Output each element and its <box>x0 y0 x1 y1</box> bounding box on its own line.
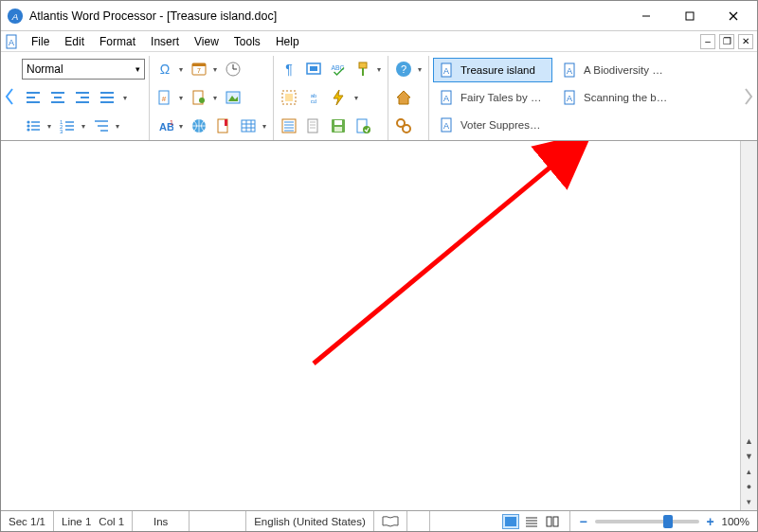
document-outline-button[interactable] <box>302 115 325 137</box>
align-more-caret[interactable]: ▾ <box>120 86 130 109</box>
toolbar-area: Normal ▾ ▾ ▾ 123▾ ▾ <box>1 52 757 141</box>
browse-object-icon[interactable]: ● <box>742 480 757 493</box>
status-section[interactable]: Sec 1/1 <box>1 511 54 531</box>
menu-edit[interactable]: Edit <box>57 33 92 50</box>
numbered-list-button[interactable]: 123 <box>56 115 79 137</box>
align-center-button[interactable] <box>46 86 69 109</box>
zoom-slider[interactable] <box>595 520 699 523</box>
menu-view[interactable]: View <box>187 33 226 50</box>
help-button[interactable]: ? <box>392 58 415 80</box>
status-language[interactable]: English (United States) <box>246 511 374 531</box>
numbered-list-caret[interactable]: ▾ <box>79 115 88 137</box>
time-button[interactable] <box>222 58 244 80</box>
zoom-out-button[interactable]: − <box>578 514 589 529</box>
view-two-page-button[interactable] <box>544 514 561 529</box>
footnote-caret[interactable]: ▾ <box>176 115 186 137</box>
status-book-icon[interactable] <box>374 511 407 531</box>
select-all-button[interactable] <box>278 86 300 109</box>
menu-help[interactable]: Help <box>268 33 307 50</box>
document-tab-fairy-tales[interactable]: A Fairy Tales by Ha… <box>433 85 552 110</box>
toolbar-scroll-right[interactable] <box>740 52 757 140</box>
mdi-close-button[interactable]: ✕ <box>738 34 753 49</box>
change-case-button[interactable]: abcd <box>302 86 325 109</box>
bookmark-button[interactable] <box>212 115 235 137</box>
document-tab-biodiversity[interactable]: A A Biodiversity Vi… <box>556 58 676 82</box>
app-window: A Atlantis Word Processor - [Treasure is… <box>0 0 758 532</box>
footnote-button[interactable]: AB1 <box>153 115 176 137</box>
menu-tools[interactable]: Tools <box>226 33 268 50</box>
settings-button[interactable] <box>392 115 415 137</box>
style-select[interactable]: Normal ▾ <box>22 59 145 80</box>
help-caret[interactable]: ▾ <box>415 58 424 80</box>
status-col[interactable]: Col 1 <box>99 516 124 527</box>
align-justify-button[interactable] <box>96 86 118 109</box>
align-right-button[interactable] <box>71 86 94 109</box>
next-page-icon[interactable]: ▾ <box>742 495 757 508</box>
multilevel-list-button[interactable] <box>90 115 113 137</box>
toolbar-group-insert: Ω▾ 7▾ #▾ ▾ AB1▾ ▾ <box>150 56 274 140</box>
status-line[interactable]: Line 1 <box>62 516 91 527</box>
page-number-caret[interactable]: ▾ <box>176 86 186 109</box>
home-button[interactable] <box>392 86 415 109</box>
vertical-scrollbar[interactable]: ▲ ▼ ▴ ● ▾ <box>740 141 757 510</box>
document-tab-scanning[interactable]: A Scanning the bu… <box>556 85 676 110</box>
style-select-value: Normal <box>27 62 63 76</box>
align-left-button[interactable] <box>22 86 45 109</box>
symbol-caret[interactable]: ▾ <box>176 58 186 80</box>
table-caret[interactable]: ▾ <box>260 115 269 137</box>
zoom-value[interactable]: 100% <box>722 516 749 527</box>
toc-button[interactable] <box>278 115 300 137</box>
view-normal-button[interactable] <box>502 514 519 529</box>
toolbar-group-paragraph: Normal ▾ ▾ ▾ 123▾ ▾ <box>18 56 150 140</box>
menu-format[interactable]: Format <box>92 33 143 50</box>
bolt-button[interactable] <box>327 86 350 109</box>
scroll-up-icon[interactable]: ▲ <box>742 434 757 448</box>
document-tab-label: A Biodiversity Vi… <box>584 64 669 76</box>
date-button[interactable]: 7 <box>188 58 210 80</box>
document-tab-label: Voter Suppression <box>460 119 546 131</box>
close-button[interactable] <box>712 1 755 30</box>
format-brush-caret[interactable]: ▾ <box>374 58 384 80</box>
menu-insert[interactable]: Insert <box>143 33 187 50</box>
toolbar-scroll-left[interactable] <box>1 52 18 140</box>
page-number-button[interactable]: # <box>153 86 176 109</box>
scroll-down-icon[interactable]: ▼ <box>742 450 757 463</box>
picture-button[interactable] <box>222 86 244 109</box>
pilcrow-button[interactable]: ¶ <box>278 58 300 80</box>
document-tab-voter-suppression[interactable]: A Voter Suppression <box>433 113 552 137</box>
table-button[interactable] <box>237 115 260 137</box>
document-icon: A <box>440 117 455 133</box>
zoom-thumb[interactable] <box>663 515 673 528</box>
menu-file[interactable]: File <box>24 33 57 50</box>
symbol-button[interactable]: Ω <box>153 58 176 80</box>
format-brush-button[interactable] <box>352 58 374 80</box>
hyperlink-button[interactable] <box>188 115 210 137</box>
document-icon: A <box>5 34 20 49</box>
bullet-list-caret[interactable]: ▾ <box>45 115 54 137</box>
bolt-caret[interactable]: ▾ <box>352 86 361 109</box>
mdi-restore-button[interactable]: ❐ <box>719 34 734 49</box>
zoom-in-button[interactable]: + <box>705 514 716 529</box>
view-draft-button[interactable] <box>523 514 540 529</box>
mdi-minimize-button[interactable]: – <box>700 34 715 49</box>
status-insert-mode[interactable]: Ins <box>133 511 190 531</box>
prev-page-icon[interactable]: ▴ <box>742 465 757 478</box>
document-tab-treasure-island[interactable]: A Treasure island <box>433 58 552 82</box>
spellcheck-button[interactable]: ABC <box>327 58 350 80</box>
bullet-list-button[interactable] <box>22 115 45 137</box>
date-caret[interactable]: ▾ <box>210 58 220 80</box>
svg-marker-85 <box>397 91 410 104</box>
toolbar-body: Normal ▾ ▾ ▾ 123▾ ▾ <box>18 52 740 140</box>
export-button[interactable] <box>352 115 374 137</box>
save-button[interactable] <box>327 115 350 137</box>
fullscreen-button[interactable] <box>302 58 325 80</box>
field-button[interactable] <box>188 86 210 109</box>
svg-text:Ω: Ω <box>160 62 170 77</box>
field-caret[interactable]: ▾ <box>210 86 220 109</box>
multilevel-list-caret[interactable]: ▾ <box>113 115 122 137</box>
status-bar: Sec 1/1 Line 1 Col 1 Ins English (United… <box>1 510 757 531</box>
minimize-button[interactable] <box>624 1 668 30</box>
document-page[interactable] <box>1 141 740 510</box>
document-icon: A <box>563 62 578 78</box>
maximize-button[interactable] <box>668 1 712 30</box>
